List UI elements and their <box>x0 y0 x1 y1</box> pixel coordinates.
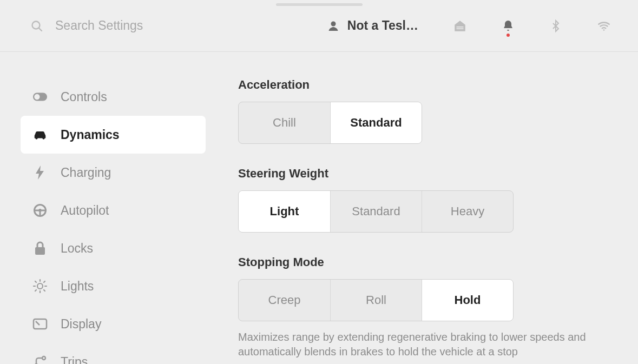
stopping-section: Stopping Mode Creep Roll Hold Maximizes … <box>238 255 606 359</box>
notification-dot <box>507 34 510 37</box>
acceleration-option-chill[interactable]: Chill <box>239 102 330 143</box>
sidebar-item-label: Lights <box>61 279 94 294</box>
svg-line-21 <box>35 281 36 282</box>
lock-icon <box>32 241 48 255</box>
steering-wheel-icon <box>32 203 48 217</box>
bluetooth-icon[interactable] <box>549 19 562 32</box>
car-icon <box>32 129 48 140</box>
user-name: Not a Tesl… <box>347 18 418 33</box>
sidebar-item-label: Charging <box>61 166 111 180</box>
svg-point-11 <box>38 209 42 212</box>
sidebar-item-label: Dynamics <box>61 128 120 142</box>
stopping-title: Stopping Mode <box>238 255 606 269</box>
sidebar-item-lights[interactable]: Lights <box>21 267 206 305</box>
sidebar-item-locks[interactable]: Locks <box>21 229 206 267</box>
acceleration-option-standard[interactable]: Standard <box>330 102 422 143</box>
steering-title: Steering Weight <box>238 167 606 181</box>
svg-point-2 <box>331 21 336 26</box>
sidebar-item-label: Trips <box>61 355 88 365</box>
svg-point-7 <box>34 94 40 100</box>
stopping-option-roll[interactable]: Roll <box>330 280 422 321</box>
top-right-icons: Not a Tesl… <box>327 18 611 33</box>
user-icon <box>327 19 340 32</box>
content-pane: Acceleration Chill Standard Steering Wei… <box>216 52 638 364</box>
acceleration-title: Acceleration <box>238 78 606 92</box>
drag-handle[interactable] <box>276 3 363 6</box>
svg-line-22 <box>44 290 45 291</box>
steering-option-standard[interactable]: Standard <box>330 191 422 232</box>
steering-segment: Light Standard Heavy <box>238 190 514 233</box>
light-icon <box>32 279 48 294</box>
sidebar-item-label: Controls <box>61 90 107 104</box>
homelink-icon[interactable] <box>453 19 467 33</box>
display-icon <box>32 318 48 330</box>
svg-line-1 <box>39 28 42 30</box>
bell-icon[interactable] <box>502 19 515 32</box>
acceleration-segment: Chill Standard <box>238 102 422 144</box>
sidebar-item-autopilot[interactable]: Autopilot <box>21 191 206 229</box>
svg-rect-15 <box>35 247 45 255</box>
svg-rect-25 <box>34 319 47 329</box>
svg-line-23 <box>44 281 45 282</box>
stopping-description: Maximizes range by extending regenerativ… <box>238 330 606 359</box>
route-icon <box>32 355 48 364</box>
sidebar-item-label: Locks <box>61 241 93 256</box>
svg-rect-4 <box>457 28 464 29</box>
stopping-option-creep[interactable]: Creep <box>239 280 330 321</box>
sidebar-item-label: Autopilot <box>61 203 109 218</box>
svg-line-24 <box>35 290 36 291</box>
user-profile[interactable]: Not a Tesl… <box>327 18 418 33</box>
sidebar-item-display[interactable]: Display <box>21 305 206 343</box>
acceleration-section: Acceleration Chill Standard <box>238 78 606 144</box>
search-icon <box>30 19 43 32</box>
sidebar-item-trips[interactable]: Trips <box>21 343 206 364</box>
body: Controls Dynamics Charging Autopilot Loc <box>0 52 638 364</box>
sidebar: Controls Dynamics Charging Autopilot Loc <box>0 52 216 364</box>
svg-rect-3 <box>457 27 464 28</box>
sidebar-item-dynamics[interactable]: Dynamics <box>21 116 206 154</box>
svg-point-8 <box>35 137 37 139</box>
svg-point-5 <box>603 29 605 31</box>
stopping-segment: Creep Roll Hold <box>238 279 514 321</box>
svg-point-9 <box>42 137 44 139</box>
search-area[interactable] <box>30 18 327 33</box>
wifi-icon[interactable] <box>597 19 611 33</box>
steering-option-light[interactable]: Light <box>239 191 330 232</box>
svg-point-16 <box>37 283 43 289</box>
svg-line-26 <box>36 321 40 325</box>
sidebar-item-controls[interactable]: Controls <box>21 78 206 116</box>
sidebar-item-charging[interactable]: Charging <box>21 154 206 191</box>
bolt-icon <box>32 166 48 180</box>
toggle-icon <box>32 92 48 102</box>
steering-option-heavy[interactable]: Heavy <box>422 191 513 232</box>
top-bar: Not a Tesl… <box>0 0 638 52</box>
stopping-option-hold[interactable]: Hold <box>422 280 513 321</box>
sidebar-item-label: Display <box>61 317 101 332</box>
search-input[interactable] <box>55 18 218 33</box>
steering-section: Steering Weight Light Standard Heavy <box>238 167 606 233</box>
